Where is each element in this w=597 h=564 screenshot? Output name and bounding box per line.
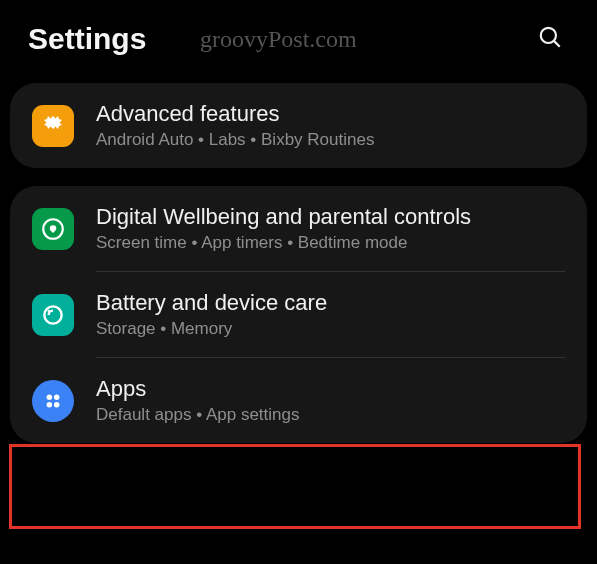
advanced-features-icon bbox=[32, 105, 74, 147]
item-title: Apps bbox=[96, 376, 565, 402]
page-title: Settings bbox=[28, 22, 146, 56]
svg-point-5 bbox=[54, 394, 59, 400]
settings-item-digital-wellbeing[interactable]: Digital Wellbeing and parental controls … bbox=[10, 186, 587, 271]
settings-item-apps[interactable]: Apps Default apps • App settings bbox=[10, 358, 587, 443]
settings-header: Settings bbox=[0, 0, 597, 83]
item-title: Advanced features bbox=[96, 101, 565, 127]
item-text: Digital Wellbeing and parental controls … bbox=[96, 204, 565, 253]
item-subtitle: Storage • Memory bbox=[96, 319, 565, 339]
item-subtitle: Screen time • App timers • Bedtime mode bbox=[96, 233, 565, 253]
item-subtitle: Android Auto • Labs • Bixby Routines bbox=[96, 130, 565, 150]
item-title: Battery and device care bbox=[96, 290, 565, 316]
search-button[interactable] bbox=[531, 18, 569, 59]
svg-point-4 bbox=[47, 394, 53, 400]
highlight-annotation bbox=[9, 444, 581, 529]
battery-device-care-icon bbox=[32, 294, 74, 336]
svg-line-1 bbox=[554, 41, 560, 47]
settings-section-2: Digital Wellbeing and parental controls … bbox=[10, 186, 587, 443]
search-icon bbox=[537, 38, 563, 53]
item-subtitle: Default apps • App settings bbox=[96, 405, 565, 425]
settings-item-advanced-features[interactable]: Advanced features Android Auto • Labs • … bbox=[10, 83, 587, 168]
svg-point-3 bbox=[44, 306, 61, 323]
item-text: Battery and device care Storage • Memory bbox=[96, 290, 565, 339]
settings-item-battery-device-care[interactable]: Battery and device care Storage • Memory bbox=[10, 272, 587, 357]
svg-point-6 bbox=[47, 401, 53, 407]
svg-point-7 bbox=[54, 401, 59, 407]
svg-point-0 bbox=[541, 28, 556, 43]
item-title: Digital Wellbeing and parental controls bbox=[96, 204, 565, 230]
item-text: Advanced features Android Auto • Labs • … bbox=[96, 101, 565, 150]
item-text: Apps Default apps • App settings bbox=[96, 376, 565, 425]
apps-icon bbox=[32, 380, 74, 422]
digital-wellbeing-icon bbox=[32, 208, 74, 250]
settings-section-1: Advanced features Android Auto • Labs • … bbox=[10, 83, 587, 168]
